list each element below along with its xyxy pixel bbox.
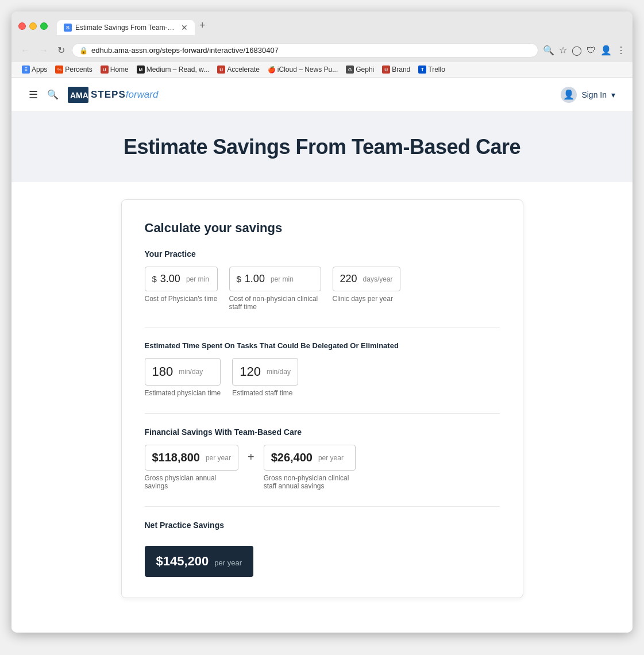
nav-search-icon[interactable]: 🔍 <box>47 89 59 100</box>
physician-dollar-icon: $ <box>152 274 157 284</box>
site-logo: AMA STEPSforward <box>68 87 158 103</box>
staff-time-group: 120 min/day Estimated staff time <box>232 358 298 397</box>
back-button[interactable]: ← <box>18 44 32 57</box>
clinic-days-desc: Clinic days per year <box>333 295 400 303</box>
gross-nonphysician-desc: Gross non-physician clinical staff annua… <box>264 474 356 490</box>
tab-title: Estimate Savings From Team-B... <box>75 24 178 32</box>
nonphysician-cost-value: 1.00 <box>245 273 265 285</box>
profile-icon[interactable]: 👤 <box>600 45 612 56</box>
menu-icon[interactable]: ⋮ <box>616 45 626 56</box>
physician-cost-desc: Cost of Physician's time <box>145 295 218 303</box>
physician-time-value: 180 <box>152 364 173 379</box>
address-bar[interactable]: 🔒 edhub.ama-assn.org/steps-forward/inter… <box>72 43 538 57</box>
time-input-row: 180 min/day Estimated physician time 120… <box>145 358 500 397</box>
your-practice-label: Your Practice <box>145 249 500 259</box>
bookmark-trello[interactable]: T Trello <box>415 64 449 75</box>
gross-physician-desc: Gross physician annual savings <box>145 474 237 490</box>
physician-time-group: 180 min/day Estimated physician time <box>145 358 221 397</box>
brand-favicon: U <box>382 66 390 74</box>
physician-cost-group: $ 3.00 per min Cost of Physician's time <box>145 267 218 311</box>
ama-logo-icon: AMA <box>68 87 88 103</box>
staff-time-unit: min/day <box>267 368 291 376</box>
gross-physician-unit: per year <box>206 454 231 462</box>
search-icon[interactable]: 🔍 <box>543 45 554 56</box>
clinic-days-value: 220 <box>340 273 357 285</box>
net-savings-box: $145,200 per year <box>145 546 253 577</box>
hero-section: Estimate Savings From Team-Based Care <box>11 112 633 182</box>
close-button[interactable] <box>18 22 26 30</box>
staff-time-field[interactable]: 120 min/day <box>232 358 298 386</box>
maximize-button[interactable] <box>40 22 48 30</box>
bookmark-brand[interactable]: U Brand <box>379 64 414 75</box>
traffic-lights <box>18 22 48 30</box>
star-icon[interactable]: ☆ <box>559 45 567 56</box>
new-tab-button[interactable]: + <box>195 17 210 34</box>
nonphysician-cost-field[interactable]: $ 1.00 per min <box>229 267 321 291</box>
icloud-favicon: 🍎 <box>268 66 276 74</box>
delegated-label: Estimated Time Spent On Tasks That Could… <box>145 341 500 350</box>
staff-time-value: 120 <box>240 364 261 379</box>
bookmark-icloud[interactable]: 🍎 iCloud – News Pu... <box>264 64 341 75</box>
gross-nonphysician-field: $26,400 per year <box>264 445 356 471</box>
bookmark-brand-label: Brand <box>392 66 410 74</box>
plus-sign: + <box>248 450 254 464</box>
divider-3 <box>145 506 500 507</box>
address-bar-row: ← → ↻ 🔒 edhub.ama-assn.org/steps-forward… <box>11 40 633 62</box>
site-nav: ☰ 🔍 AMA STEPSforward <box>11 78 633 112</box>
bookmark-home-label: Home <box>110 66 129 74</box>
nonphysician-cost-desc: Cost of non-physician clinical staff tim… <box>229 295 321 311</box>
hamburger-icon[interactable]: ☰ <box>29 88 38 101</box>
bookmark-percents-label: Percents <box>65 66 92 74</box>
user-avatar-icon: 👤 <box>561 87 577 103</box>
percents-favicon: % <box>55 66 63 74</box>
physician-time-field[interactable]: 180 min/day <box>145 358 221 386</box>
medium-favicon: M <box>137 66 145 74</box>
divider-2 <box>145 413 500 414</box>
extensions-icon[interactable]: 🛡 <box>587 45 596 56</box>
tab-favicon: S <box>64 24 72 32</box>
bookmark-accelerate[interactable]: U Accelerate <box>214 64 263 75</box>
browser-window: S Estimate Savings From Team-B... ✕ + ← … <box>11 11 633 633</box>
physician-time-desc: Estimated physician time <box>145 389 221 397</box>
bookmark-apps[interactable]: ⠿ Apps <box>18 64 51 75</box>
bookmark-home[interactable]: U Home <box>97 64 132 75</box>
clinic-days-field[interactable]: 220 days/year <box>333 267 400 291</box>
url-text: edhub.ama-assn.org/steps-forward/interac… <box>91 46 531 55</box>
calculator-card: Calculate your savings Your Practice $ 3… <box>121 199 523 598</box>
bookmark-percents[interactable]: % Percents <box>52 64 95 75</box>
sign-in-label: Sign In <box>581 90 607 99</box>
physician-cost-field[interactable]: $ 3.00 per min <box>145 267 218 291</box>
nav-left: ☰ 🔍 AMA STEPSforward <box>29 87 158 103</box>
forward-button[interactable]: → <box>37 44 51 57</box>
tab-close-icon[interactable]: ✕ <box>181 24 188 32</box>
gross-physician-value: $118,800 <box>152 451 200 464</box>
physician-cost-value: 3.00 <box>160 273 180 285</box>
page-title: Estimate Savings From Team-Based Care <box>29 135 615 159</box>
gross-physician-group: $118,800 per year Gross physician annual… <box>145 445 238 490</box>
nonphysician-cost-group: $ 1.00 per min Cost of non-physician cli… <box>229 267 321 311</box>
svg-text:AMA: AMA <box>70 91 88 100</box>
minimize-button[interactable] <box>29 22 37 30</box>
clinic-days-group: 220 days/year Clinic days per year <box>333 267 400 311</box>
active-tab[interactable]: S Estimate Savings From Team-B... ✕ <box>57 20 195 35</box>
bookmark-medium-label: Medium – Read, w... <box>146 66 209 74</box>
gephi-favicon: G <box>346 66 354 74</box>
financial-row: $118,800 per year Gross physician annual… <box>145 445 500 490</box>
reading-list-icon[interactable]: ◯ <box>572 45 582 56</box>
accelerate-favicon: U <box>217 66 225 74</box>
net-savings-label: Net Practice Savings <box>145 521 500 530</box>
page-content: ☰ 🔍 AMA STEPSforward <box>11 78 633 633</box>
apps-favicon: ⠿ <box>22 66 30 74</box>
gross-nonphysician-value: $26,400 <box>271 451 313 464</box>
sign-in-button[interactable]: 👤 Sign In ▾ <box>561 87 615 103</box>
bookmark-medium[interactable]: M Medium – Read, w... <box>133 64 213 75</box>
browser-icons: 🔍 ☆ ◯ 🛡 👤 ⋮ <box>543 45 626 56</box>
gross-physician-field: $118,800 per year <box>145 445 238 471</box>
trello-favicon: T <box>418 66 426 74</box>
calculator-wrapper: Calculate your savings Your Practice $ 3… <box>11 182 633 633</box>
bookmark-gephi[interactable]: G Gephi <box>342 64 377 75</box>
clinic-days-unit: days/year <box>363 275 393 283</box>
refresh-button[interactable]: ↻ <box>55 44 67 57</box>
nonphysician-cost-unit: per min <box>271 275 294 283</box>
steps-text: STEPS <box>91 89 126 100</box>
